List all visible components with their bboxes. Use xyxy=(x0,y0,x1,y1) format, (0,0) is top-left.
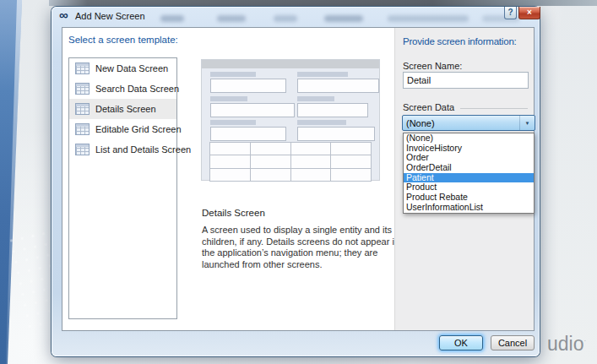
template-list-item[interactable]: List and Details Screen xyxy=(69,139,176,160)
chevron-down-icon[interactable]: ▼ xyxy=(519,116,535,130)
preview-field-input xyxy=(210,79,286,93)
screen-data-dropdown-list[interactable]: (None)InvoiceHistoryOrderOrderDetailPati… xyxy=(403,133,535,214)
screen-data-group-label: Screen Data xyxy=(403,102,528,112)
add-new-screen-dialog: ∞ Add New Screen ? × Select a screen tem… xyxy=(52,7,540,356)
group-separator-line xyxy=(460,108,528,109)
lightswitch-infinity-icon: ∞ xyxy=(59,8,68,22)
selected-template-description: A screen used to display a single entity… xyxy=(202,225,399,270)
dropdown-option[interactable]: InvoiceHistory xyxy=(404,144,534,154)
info-section-heading: Provide screen information: xyxy=(403,36,517,46)
close-icon: × xyxy=(527,8,532,17)
selected-template-title: Details Screen xyxy=(202,208,265,218)
template-item-label: New Data Screen xyxy=(95,63,168,73)
template-section-heading: Select a screen template: xyxy=(68,35,178,45)
question-icon: ? xyxy=(507,8,513,17)
screen-template-grid-icon xyxy=(75,103,90,115)
preview-field-label xyxy=(210,72,256,77)
preview-field-label xyxy=(210,96,247,101)
dialog-footer: OK Cancel xyxy=(62,333,535,353)
template-item-label: Details Screen xyxy=(95,104,156,114)
template-list-item[interactable]: Search Data Screen xyxy=(69,79,176,99)
template-item-label: List and Details Screen xyxy=(95,144,191,155)
blurred-toolbar-glimpse xyxy=(324,15,363,22)
preview-field-label xyxy=(210,120,256,125)
dropdown-option[interactable]: Patient xyxy=(404,173,534,183)
template-list-item[interactable]: New Data Screen xyxy=(69,58,176,79)
dialog-title: Add New Screen xyxy=(75,11,145,21)
blurred-toolbar-glimpse xyxy=(217,15,246,22)
dialog-client-area: Select a screen template: New Data Scree… xyxy=(62,27,535,331)
screen-template-grid-icon xyxy=(75,144,90,155)
template-preview-thumbnail xyxy=(201,59,380,181)
close-button[interactable]: × xyxy=(518,7,540,19)
background-window-edge xyxy=(49,0,597,6)
template-item-label: Search Data Screen xyxy=(95,84,179,94)
dialog-titlebar[interactable]: ∞ Add New Screen ? × xyxy=(52,7,540,25)
blurred-toolbar-glimpse xyxy=(160,15,184,22)
cancel-button[interactable]: Cancel xyxy=(491,335,535,350)
screen-template-grid-icon xyxy=(75,83,90,95)
preview-field-input xyxy=(210,103,295,117)
watermark-text: udio· xyxy=(547,333,586,356)
preview-field-input xyxy=(297,79,379,93)
screen-information-panel: Provide screen information: Screen Name:… xyxy=(394,28,534,330)
combobox-selected-value: (None) xyxy=(403,116,519,130)
screen-data-combobox[interactable]: (None) ▼ xyxy=(402,115,535,131)
screen-template-grid-icon xyxy=(75,123,90,135)
blurred-toolbar-glimpse xyxy=(274,15,297,22)
dropdown-option[interactable]: UserInformationList xyxy=(404,203,534,213)
preview-header-bar xyxy=(202,60,379,68)
screen-template-grid-icon xyxy=(75,62,90,74)
preview-field-label xyxy=(297,96,334,101)
screen-template-list[interactable]: New Data Screen Search Data Screen Detai… xyxy=(68,57,177,319)
screen-name-input[interactable] xyxy=(403,72,529,89)
preview-field-label xyxy=(297,72,348,77)
ok-button[interactable]: OK xyxy=(439,335,483,350)
dropdown-option[interactable]: Product xyxy=(404,182,534,193)
help-button[interactable]: ? xyxy=(504,7,517,19)
preview-field-label xyxy=(297,120,346,125)
dropdown-option[interactable]: (None) xyxy=(404,133,534,144)
template-list-item[interactable]: Details Screen xyxy=(69,99,176,119)
preview-field-input xyxy=(297,103,368,117)
dropdown-option[interactable]: OrderDetail xyxy=(404,163,534,173)
template-list-item[interactable]: Editable Grid Screen xyxy=(69,119,176,139)
preview-field-input xyxy=(210,127,286,141)
dropdown-option[interactable]: Order xyxy=(404,153,534,163)
screen-name-label: Screen Name: xyxy=(403,61,462,71)
preview-field-input xyxy=(297,127,375,141)
preview-grid xyxy=(209,142,372,182)
template-item-label: Editable Grid Screen xyxy=(95,124,182,134)
dropdown-option[interactable]: Product Rebate xyxy=(404,193,534,203)
blurred-toolbar-glimpse xyxy=(388,15,469,22)
